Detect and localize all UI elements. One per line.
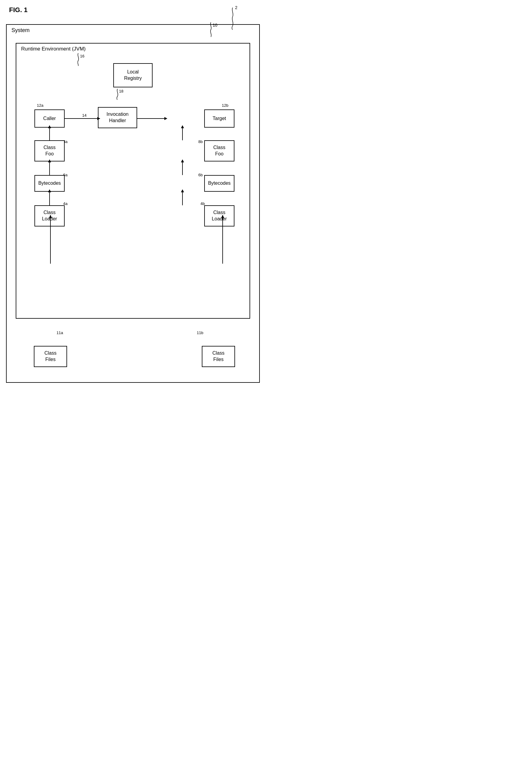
- ref-12b: 12b: [222, 103, 228, 108]
- class-files-left-box: ClassFiles: [34, 346, 67, 367]
- class-files-right-box: ClassFiles: [202, 346, 235, 367]
- class-loader-left-label: ClassLoader: [42, 209, 57, 222]
- ref-8b: 8b: [199, 139, 203, 144]
- jvm-box: Runtime Environment (JVM) 16 LocalRegist…: [16, 43, 250, 319]
- caller-box: Caller: [34, 109, 65, 128]
- class-foo-left-label: ClassFoo: [43, 144, 56, 157]
- system-box: System 10 Runtime Environment (JVM) 16 L…: [6, 24, 260, 383]
- svg-text:16: 16: [80, 54, 84, 58]
- svg-text:2: 2: [235, 6, 237, 10]
- system-label: System: [10, 27, 31, 33]
- ref-11a: 11a: [57, 330, 63, 335]
- bytecodes-left-box: Bytecodes: [34, 175, 65, 192]
- caller-label: Caller: [43, 115, 56, 122]
- class-loader-right-label: ClassLoader: [212, 209, 227, 222]
- svg-marker-19: [181, 189, 184, 192]
- invocation-handler-label: InvocationHandler: [107, 111, 129, 124]
- class-loader-right-box: ClassLoader: [204, 205, 234, 226]
- ref-18-wavy: 18: [113, 88, 128, 102]
- local-registry-label: LocalRegistry: [124, 69, 142, 82]
- page: FIG. 1 2 System 10 Runtime Environment (…: [0, 0, 266, 392]
- bytecodes-left-label: Bytecodes: [38, 180, 61, 187]
- svg-marker-7: [164, 117, 167, 120]
- ref-10-wavy: 10: [202, 22, 220, 41]
- class-foo-right-label: ClassFoo: [213, 144, 225, 157]
- invocation-handler-box: InvocationHandler: [98, 107, 137, 128]
- bytecodes-right-box: Bytecodes: [204, 175, 234, 192]
- class-foo-right-box: ClassFoo: [204, 140, 234, 162]
- svg-marker-15: [181, 125, 184, 128]
- jvm-label: Runtime Environment (JVM): [20, 46, 87, 52]
- svg-text:18: 18: [119, 89, 123, 93]
- class-loader-left-box: ClassLoader: [34, 205, 65, 226]
- svg-marker-17: [181, 159, 184, 162]
- ref-6b: 6b: [199, 172, 203, 177]
- svg-text:10: 10: [213, 23, 217, 28]
- bytecodes-right-label: Bytecodes: [208, 180, 231, 187]
- ref-14: 14: [82, 112, 86, 118]
- ref-11b: 11b: [197, 330, 203, 335]
- target-box: Target: [204, 109, 234, 128]
- ref-12a: 12a: [37, 103, 43, 108]
- class-foo-left-box: ClassFoo: [34, 140, 65, 162]
- target-label: Target: [213, 115, 226, 122]
- class-files-left-label: ClassFiles: [45, 350, 57, 363]
- fig-label: FIG. 1: [9, 6, 28, 14]
- ref-16-wavy: 16: [72, 53, 90, 69]
- local-registry-box: LocalRegistry: [113, 63, 153, 87]
- class-files-right-label: ClassFiles: [212, 350, 225, 363]
